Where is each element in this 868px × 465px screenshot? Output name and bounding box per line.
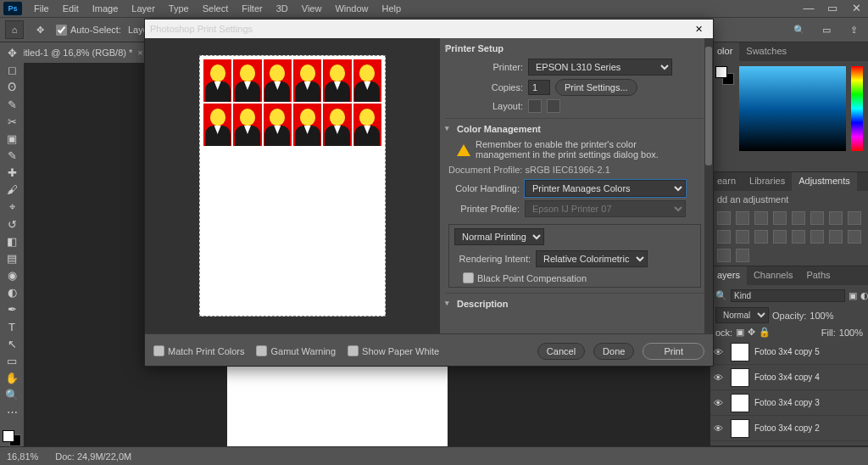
photo-thumb — [353, 59, 381, 102]
warning-icon — [457, 137, 470, 156]
printer-profile-select: Epson IJ Printer 07 — [525, 200, 686, 217]
dialog-overlay: Photoshop Print Settings ✕ — [0, 0, 868, 465]
dialog-footer: Match Print Colors Gamut Warning Show Pa… — [145, 333, 713, 367]
layout-label: Layout: — [457, 101, 523, 111]
photo-thumb — [203, 104, 231, 146]
printer-label: Printer: — [457, 62, 523, 72]
color-management-heading[interactable]: Color Management — [445, 122, 704, 137]
print-dialog: Photoshop Print Settings ✕ — [144, 19, 714, 367]
landscape-icon[interactable] — [547, 99, 560, 113]
printing-mode-select[interactable]: Normal Printing — [454, 228, 544, 245]
close-dialog-icon[interactable]: ✕ — [689, 21, 708, 36]
photo-thumb — [293, 104, 321, 146]
match-colors-checkbox: Match Print Colors — [153, 345, 244, 356]
done-button[interactable]: Done — [593, 343, 634, 360]
photo-thumb — [264, 104, 292, 146]
dialog-title: Photoshop Print Settings — [150, 24, 253, 34]
photo-thumb — [353, 104, 381, 146]
rendering-intent-label: Rendering Intent: — [454, 254, 531, 264]
photo-thumb — [233, 104, 261, 146]
portrait-icon[interactable] — [528, 99, 542, 113]
black-point-checkbox: Black Point Compensation — [454, 269, 695, 283]
print-button[interactable]: Print — [643, 343, 704, 360]
settings-scrollbar[interactable] — [704, 38, 713, 333]
cancel-button[interactable]: Cancel — [537, 343, 585, 360]
color-handling-select[interactable]: Printer Manages Colors — [525, 180, 686, 197]
photo-thumb — [203, 59, 231, 102]
gamut-warning-checkbox: Gamut Warning — [256, 345, 336, 356]
photo-thumb — [264, 59, 292, 102]
printer-setup-heading: Printer Setup — [445, 42, 704, 57]
document-profile: Document Profile: sRGB IEC61966-2.1 — [445, 163, 704, 178]
photo-thumb — [233, 59, 261, 102]
print-settings-button[interactable]: Print Settings... — [555, 79, 637, 96]
preview-page — [199, 55, 386, 317]
print-settings-panel: Printer Setup Printer: EPSON L310 Series… — [440, 38, 713, 333]
rendering-intent-select[interactable]: Relative Colorimetric — [536, 250, 648, 267]
copies-input[interactable] — [528, 80, 550, 95]
photo-thumb — [293, 59, 321, 102]
paper-white-checkbox: Show Paper White — [348, 345, 439, 356]
copies-label: Copies: — [457, 82, 523, 92]
printer-profile-label: Printer Profile: — [448, 204, 520, 214]
printer-select[interactable]: EPSON L310 Series — [528, 59, 672, 76]
color-handling-label: Color Handling: — [448, 183, 520, 193]
photo-thumb — [323, 59, 351, 102]
print-preview — [145, 38, 440, 333]
photo-thumb — [323, 104, 351, 146]
description-heading[interactable]: Description — [445, 297, 704, 312]
dialog-titlebar[interactable]: Photoshop Print Settings ✕ — [145, 20, 713, 38]
warning-text: Remember to enable the printer's colorma… — [476, 139, 659, 160]
